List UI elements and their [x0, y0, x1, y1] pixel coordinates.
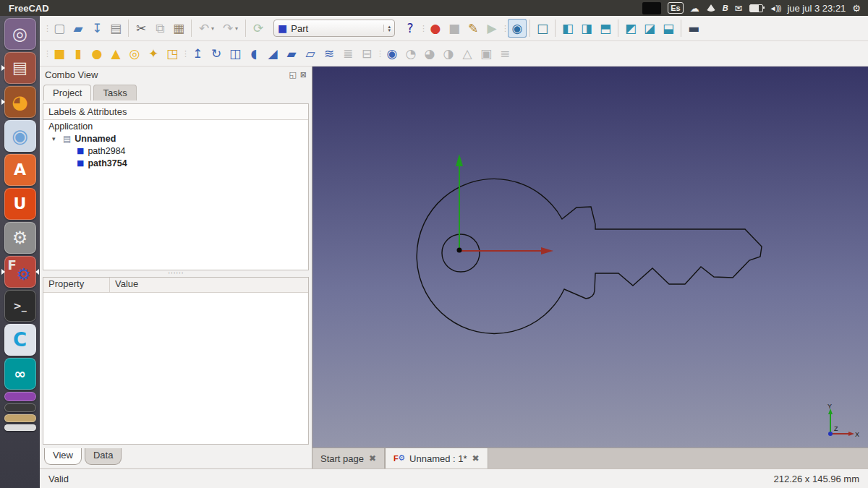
view-bottom-button[interactable]: ⬓ — [659, 19, 678, 38]
launcher-system-settings[interactable]: ⚙ — [4, 222, 36, 254]
key-outline-shape[interactable] — [417, 179, 762, 333]
part-loft-button[interactable]: ≋ — [320, 44, 339, 63]
launcher-folded-4[interactable] — [4, 424, 36, 431]
part-revolve-button[interactable]: ↻ — [207, 44, 226, 63]
running-indicator — [1, 65, 5, 71]
view-right-button[interactable]: ◨ — [577, 19, 596, 38]
cut-button[interactable]: ✂ — [132, 19, 150, 38]
launcher-folded-1[interactable] — [4, 392, 36, 401]
view-rear-button[interactable]: ◩ — [621, 19, 640, 38]
tree-item-path2984[interactable]: ■ path2984 — [43, 145, 308, 157]
toolbar-grip[interactable]: ⋮ — [43, 24, 50, 33]
origin-point[interactable] — [457, 248, 462, 253]
view-front-button[interactable]: ◧ — [558, 19, 577, 38]
clock[interactable]: jue jul 3 23:21 — [787, 3, 846, 14]
fit-all-button[interactable]: ◉ — [508, 19, 527, 38]
tree-item-path3754[interactable]: ■ path3754 — [43, 157, 308, 169]
part-shapebuilder-button[interactable]: ◳ — [163, 44, 182, 63]
tab-tasks[interactable]: Tasks — [93, 85, 136, 100]
launcher-firefox[interactable]: ◕ — [4, 86, 36, 118]
part-sweep-button: ≣ — [339, 44, 357, 63]
tab-unnamed-document[interactable]: F ⚙ Unnamed : 1* ✖ — [385, 448, 488, 468]
tree-document-label: Unnamed — [75, 134, 116, 144]
viewport-canvas[interactable] — [312, 67, 868, 448]
key-hole-circle[interactable] — [442, 234, 480, 272]
part-primitives-button[interactable]: ✦ — [144, 44, 163, 63]
launcher-terminal-glyph: >_ — [13, 301, 27, 311]
panel-splitter[interactable]: ⋯⋯ — [43, 270, 309, 276]
toolbar-grip[interactable]: ⋮ — [376, 49, 383, 59]
launcher-ubuntu-dash[interactable]: ◎ — [4, 18, 36, 50]
tree-root-application[interactable]: Application — [43, 120, 308, 132]
cloud-sync-icon[interactable]: ☁ — [690, 4, 699, 13]
toolbar-separator — [681, 20, 681, 37]
system-top-bar: FreeCAD Es ☁ B ✉ ◄))) jue jul 3 23:21 ⚙ — [0, 0, 868, 16]
paste-button[interactable]: ▦ — [169, 19, 188, 38]
view-axonometric-button[interactable]: □ — [533, 19, 552, 38]
launcher-arduino[interactable]: ∞ — [4, 358, 36, 390]
launcher-files[interactable]: ▤ — [4, 52, 36, 84]
undo-button-dropdown-icon[interactable]: ▾ — [211, 25, 218, 32]
launcher-ubuntu-one[interactable]: U — [4, 188, 36, 220]
toolbar-grip[interactable]: ⋮ — [420, 24, 426, 33]
macro-record-button[interactable]: ● — [426, 19, 445, 38]
column-value[interactable]: Value — [110, 278, 308, 292]
toolbar-grip[interactable]: ⋮ — [182, 49, 188, 59]
part-mirror-button[interactable]: ◫ — [226, 44, 244, 63]
battery-icon[interactable] — [749, 4, 763, 12]
expander-icon[interactable]: ▾ — [52, 135, 59, 142]
session-menu-icon[interactable]: ⚙ — [852, 4, 861, 13]
toolbar-grip[interactable]: ⋮ — [501, 24, 508, 33]
part-chamfer-button[interactable]: ◢ — [263, 44, 282, 63]
close-icon[interactable]: ✖ — [472, 453, 480, 463]
launcher-chromium[interactable]: ◉ — [4, 120, 36, 152]
bluetooth-icon[interactable]: B — [723, 4, 728, 12]
3d-viewport: Y X Z Start page ✖ F ⚙ Unnamed : 1* ✖ — [312, 67, 868, 468]
view-left-button[interactable]: ◪ — [640, 19, 659, 38]
launcher-folded-3[interactable] — [4, 414, 36, 422]
tree-item-document[interactable]: ▾ ▤ Unnamed — [43, 132, 308, 145]
launcher-c-app[interactable]: C — [4, 324, 36, 356]
launcher-chromium-glyph: ◉ — [12, 127, 28, 145]
part-ruledsurface-button[interactable]: ▱ — [301, 44, 320, 63]
mail-icon[interactable]: ✉ — [735, 4, 743, 13]
measure-distance-button[interactable]: ▬ — [684, 19, 703, 38]
volume-icon[interactable]: ◄))) — [770, 4, 781, 12]
tree-header: Labels & Attributes — [43, 104, 308, 120]
part-torus-button[interactable]: ◎ — [125, 44, 144, 63]
part-cylinder-button[interactable]: ▮ — [69, 44, 88, 63]
whats-this-button[interactable]: ? — [401, 19, 420, 38]
part-boolean-button[interactable]: ◉ — [383, 44, 401, 63]
tab-data[interactable]: Data — [85, 448, 122, 465]
workbench-spinner[interactable]: ▴ ▾ — [383, 25, 391, 32]
launcher-terminal[interactable]: >_ — [4, 290, 36, 322]
tab-view[interactable]: View — [44, 448, 82, 465]
part-makeface-button[interactable]: ▰ — [282, 44, 301, 63]
column-property[interactable]: Property — [43, 278, 110, 292]
launcher-freecad[interactable]: ⚙F — [4, 256, 36, 288]
part-cone-button[interactable]: ▲ — [106, 44, 125, 63]
panel-close-button[interactable]: ⊠ — [300, 70, 307, 80]
toolbar-grip[interactable]: ⋮ — [43, 49, 50, 59]
workbench-selector[interactable]: ■ Part ▴ ▾ — [273, 20, 395, 37]
macro-edit-button[interactable]: ✎ — [464, 19, 482, 38]
part-extrude-button[interactable]: ↥ — [188, 44, 207, 63]
tab-project[interactable]: Project — [43, 85, 91, 100]
spinner-down-icon[interactable]: ▾ — [388, 28, 391, 32]
keyboard-layout-indicator[interactable]: Es — [668, 2, 683, 14]
new-document-button[interactable]: ▢ — [50, 19, 69, 38]
view-top-button[interactable]: ⬒ — [596, 19, 615, 38]
part-fillet-button[interactable]: ◖ — [244, 44, 263, 63]
open-button[interactable]: ▰ — [69, 19, 88, 38]
part-sphere-button[interactable]: ● — [88, 44, 106, 63]
tab-start-page[interactable]: Start page ✖ — [312, 448, 385, 468]
launcher-folded-2[interactable] — [4, 403, 36, 412]
redo-button-dropdown-icon[interactable]: ▾ — [235, 25, 242, 32]
launcher-software-center[interactable]: A — [4, 154, 36, 186]
panel-float-button[interactable]: ◱ — [289, 70, 296, 80]
close-icon[interactable]: ✖ — [369, 453, 376, 463]
part-box-button[interactable]: ■ — [50, 44, 69, 63]
save-button[interactable]: ↧ — [88, 19, 106, 38]
print-button[interactable]: ▤ — [106, 19, 125, 38]
wifi-icon[interactable] — [706, 4, 716, 12]
